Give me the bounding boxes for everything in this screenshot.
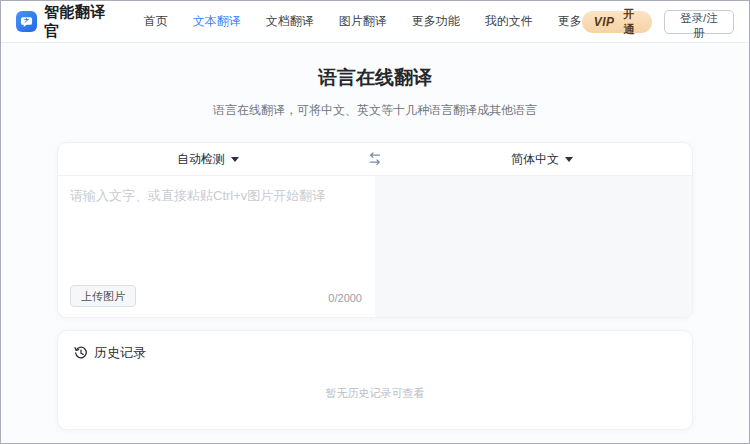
- chevron-down-icon: [565, 157, 573, 162]
- chevron-down-icon: [231, 157, 239, 162]
- history-title: 历史记录: [94, 344, 146, 362]
- history-header: 历史记录: [74, 344, 676, 362]
- swap-arrows-icon: [367, 152, 383, 166]
- translator-logo-icon: [16, 11, 37, 32]
- nav-item-my-files[interactable]: 我的文件: [485, 13, 533, 30]
- navbar: 智能翻译官 首页 文本翻译 文档翻译 图片翻译 更多功能 我的文件 更多 VIP…: [1, 1, 749, 43]
- app-window: 智能翻译官 首页 文本翻译 文档翻译 图片翻译 更多功能 我的文件 更多 VIP…: [0, 0, 750, 444]
- target-language-label: 简体中文: [511, 151, 559, 168]
- char-counter: 0/2000: [328, 292, 362, 304]
- history-empty-text: 暂无历史记录可查看: [74, 386, 676, 401]
- brand-name: 智能翻译官: [44, 3, 120, 41]
- target-language-selector[interactable]: 简体中文: [392, 151, 692, 168]
- nav-links: 首页 文本翻译 文档翻译 图片翻译 更多功能 我的文件 更多: [144, 13, 582, 30]
- translator-card: 自动检测 简体中文 上传图片 0/2000: [57, 142, 693, 318]
- vip-upgrade-button[interactable]: VIP 开通: [582, 11, 652, 33]
- swap-languages-button[interactable]: [358, 152, 392, 166]
- upload-image-button[interactable]: 上传图片: [70, 285, 136, 307]
- translator-panes: 上传图片 0/2000: [58, 176, 692, 317]
- nav-item-home[interactable]: 首页: [144, 13, 168, 30]
- language-bar: 自动检测 简体中文: [58, 143, 692, 176]
- nav-item-image-translate[interactable]: 图片翻译: [339, 13, 387, 30]
- source-language-label: 自动检测: [177, 151, 225, 168]
- nav-item-text-translate[interactable]: 文本翻译: [193, 13, 241, 30]
- page-subtitle: 语言在线翻译，可将中文、英文等十几种语言翻译成其他语言: [1, 102, 749, 119]
- brand[interactable]: 智能翻译官: [16, 3, 120, 41]
- nav-item-more[interactable]: 更多: [558, 13, 582, 30]
- vip-suffix: 开通: [618, 7, 639, 37]
- page-title: 语言在线翻译: [1, 65, 749, 91]
- source-language-selector[interactable]: 自动检测: [58, 151, 358, 168]
- history-card: 历史记录 暂无历史记录可查看: [57, 330, 693, 430]
- output-pane: [375, 176, 692, 317]
- input-pane: 上传图片 0/2000: [58, 176, 375, 317]
- history-clock-icon: [74, 346, 88, 360]
- vip-word: VIP: [594, 15, 615, 29]
- hero-section: 语言在线翻译 语言在线翻译，可将中文、英文等十几种语言翻译成其他语言: [1, 43, 749, 119]
- login-register-button[interactable]: 登录/注册: [664, 10, 734, 34]
- translate-input[interactable]: [58, 176, 375, 276]
- nav-item-more-features[interactable]: 更多功能: [412, 13, 460, 30]
- nav-item-doc-translate[interactable]: 文档翻译: [266, 13, 314, 30]
